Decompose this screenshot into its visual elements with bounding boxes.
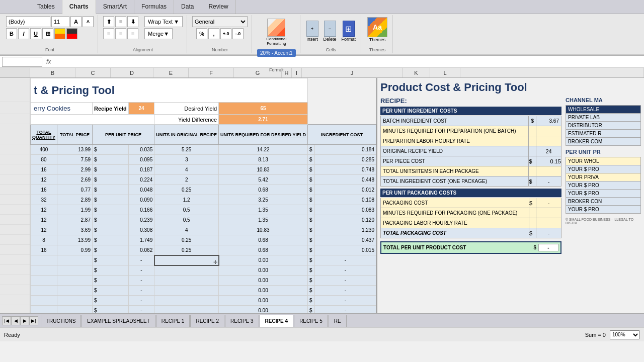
col-header-d[interactable]: D	[111, 68, 153, 77]
recipe-yield-value[interactable]: 24	[128, 103, 154, 115]
units-orig-1[interactable]: 5.25	[154, 145, 219, 155]
left-subtitle: erry Cookies	[31, 103, 93, 115]
tab-last-btn[interactable]: ▶|	[29, 316, 38, 325]
col-header-k[interactable]: K	[403, 68, 430, 77]
tab-first-btn[interactable]: |◀	[2, 316, 11, 325]
insert-btn[interactable]: + Insert	[305, 20, 319, 43]
font-name-input[interactable]	[6, 16, 50, 27]
orig-yield-value[interactable]: 24	[536, 146, 561, 156]
col-header-g[interactable]: G	[234, 68, 282, 77]
align-right-btn[interactable]: ≡	[127, 28, 138, 39]
desired-yield-value[interactable]: 65	[219, 103, 308, 115]
price-2[interactable]: 7.59	[57, 155, 93, 165]
channel-table: WHOLESALE PRIVATE LAB DISTRIBUTOR ESTIMA…	[566, 105, 641, 146]
tab-tables[interactable]: Tables	[30, 0, 62, 14]
name-box[interactable]	[2, 57, 42, 67]
accent1-btn[interactable]: 20% - Accent1	[257, 49, 295, 57]
col-header-h[interactable]: H	[282, 68, 292, 77]
italic-btn[interactable]: I	[18, 28, 29, 39]
per-unit-1[interactable]: 0.035	[128, 145, 154, 155]
table-header-row: TOTALQUANTITY TOTAL PRICE PER UNIT PRICE…	[31, 125, 376, 145]
tab-prev-btn[interactable]: ◀	[11, 316, 20, 325]
font-size-input[interactable]	[51, 16, 69, 27]
data-row-4: 12 2.69 $ 0.224 2 5.42 $ 0.448	[31, 175, 376, 185]
per-unit-2[interactable]: 0.095	[128, 155, 154, 165]
total-ing-cost-value[interactable]: -	[536, 176, 561, 187]
data-row-9: 12 3.69 $ 0.308 4 10.83 $ 1.230	[31, 225, 376, 235]
price-1[interactable]: 13.99	[57, 145, 93, 155]
align-bottom-btn[interactable]: ⬇	[127, 16, 138, 27]
qty-1[interactable]: 400	[31, 145, 57, 155]
wrap-text-dropdown[interactable]: Wrap Text ▼	[144, 16, 183, 27]
bold-btn[interactable]: B	[6, 28, 17, 39]
tab-next-btn[interactable]: ▶	[20, 316, 29, 325]
units-des-1[interactable]: 14.22	[219, 145, 308, 155]
tab-instructions[interactable]: TRUCTIONS	[41, 315, 81, 327]
col-header-c[interactable]: C	[75, 68, 111, 77]
underline-btn[interactable]: U	[30, 28, 41, 39]
packaging-row-4: TOTAL PACKAGING COST $ -	[381, 228, 561, 238]
col-header-j[interactable]: J	[302, 68, 403, 77]
total-pack-cost-value[interactable]: -	[536, 228, 561, 238]
font-color-btn[interactable]	[66, 28, 77, 39]
comma-btn[interactable]: ,	[208, 28, 219, 39]
col-header-b[interactable]: B	[30, 68, 75, 77]
themes-btn[interactable]: Aa Themes	[366, 16, 388, 43]
highlight-color-btn[interactable]	[54, 28, 65, 39]
channel-distributor: DISTRIBUTOR	[566, 122, 641, 130]
col-header-i[interactable]: I	[292, 68, 302, 77]
formula-input[interactable]	[55, 57, 642, 67]
increase-font-btn[interactable]: A	[70, 16, 82, 27]
pu-row-3: YOUR PRIVA	[566, 173, 641, 182]
decrease-decimal-btn[interactable]: -.0	[232, 28, 244, 39]
align-top-btn[interactable]: ⬆	[103, 16, 114, 27]
tab-recipe3[interactable]: RECIPE 3	[225, 315, 259, 327]
tab-review[interactable]: Review	[201, 0, 235, 14]
wrap-dropdown-arrow: ▼	[174, 19, 179, 25]
col-header-more[interactable]	[460, 68, 644, 77]
decrease-font-btn[interactable]: A	[83, 16, 94, 27]
units-orig-2[interactable]: 3	[154, 155, 219, 165]
align-middle-btn[interactable]: ≡	[115, 16, 126, 27]
pu-wholesale[interactable]: YOUR WHOL	[566, 157, 641, 165]
col-header-l[interactable]: L	[430, 68, 460, 77]
total-cost-value[interactable]: -	[538, 244, 558, 251]
tab-data[interactable]: Data	[174, 0, 201, 14]
tab-charts[interactable]: Charts	[62, 0, 96, 14]
col-header-f[interactable]: F	[189, 68, 234, 77]
delete-btn[interactable]: − Delete	[323, 20, 338, 43]
number-format-select[interactable]: General	[192, 16, 248, 27]
ribbon-tabs: Tables Charts SmartArt Formulas Data Rev…	[0, 0, 644, 14]
align-center-btn[interactable]: ≡	[115, 28, 126, 39]
align-left-btn[interactable]: ≡	[103, 28, 114, 39]
tab-recipe5[interactable]: RECIPE 5	[294, 315, 328, 327]
ing-cost-1[interactable]: 0.184	[314, 145, 376, 155]
tab-recipe2[interactable]: RECIPE 2	[190, 315, 224, 327]
ing-cost-2[interactable]: 0.285	[314, 155, 376, 165]
format-cells-btn[interactable]: ⊞ Format	[341, 20, 357, 43]
tab-smartart[interactable]: SmartArt	[96, 0, 134, 14]
row-num-14	[0, 235, 30, 245]
zoom-select[interactable]: 100%	[610, 330, 640, 339]
alignment-group: ⬆ ≡ ⬇ Wrap Text ▼ ≡ ≡ ≡ Merge	[99, 15, 187, 53]
data-row-5: 16 0.77 $ 0.048 0.25 0.68 $ 0.012	[31, 185, 376, 195]
percent-btn[interactable]: %	[196, 28, 207, 39]
tab-re[interactable]: RE	[329, 315, 347, 327]
tab-formulas[interactable]: Formulas	[134, 0, 174, 14]
border-btn[interactable]: ⊞	[42, 28, 53, 39]
batch-cost-value[interactable]: 3.67	[536, 116, 561, 126]
packaging-cost-value[interactable]: -	[536, 198, 561, 208]
per-piece-value[interactable]: 0.15	[536, 156, 561, 166]
packaging-row-2: MINUTES REQUIRED FOR PACKAGING (ONE PACK…	[381, 208, 561, 218]
data-row-10: 8 13.99 $ 1.749 0.25 0.68 $ 0.437	[31, 235, 376, 245]
units-des-2[interactable]: 8.13	[219, 155, 308, 165]
tab-recipe1[interactable]: RECIPE 1	[156, 315, 190, 327]
tab-example[interactable]: EXAMPLE SPREADSHEET	[82, 315, 155, 327]
col-header-e[interactable]: E	[153, 68, 189, 77]
qty-2[interactable]: 80	[31, 155, 57, 165]
pu-private[interactable]: YOUR PRIVA	[566, 173, 641, 182]
merge-btn[interactable]: Merge ▼	[144, 28, 173, 39]
tab-recipe4[interactable]: RECIPE 4	[260, 315, 294, 327]
increase-decimal-btn[interactable]: +.0	[220, 28, 231, 39]
conditional-formatting-btn[interactable]: Conditional Formatting	[259, 16, 294, 48]
